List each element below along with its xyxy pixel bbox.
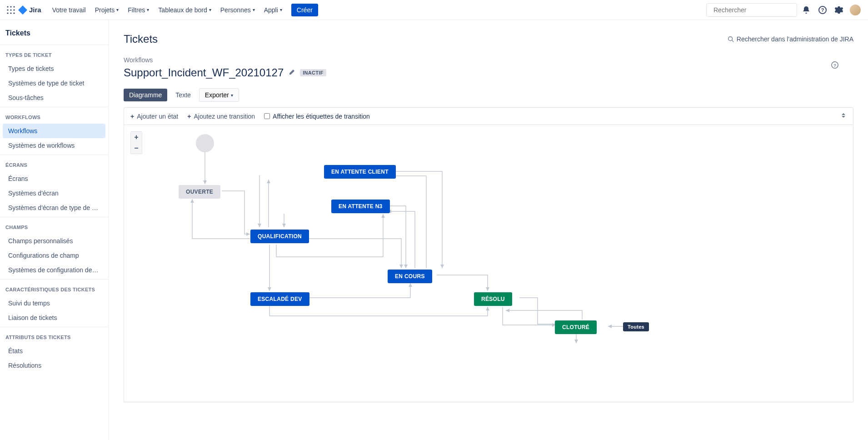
sidebar-item-workflows[interactable]: Workflows xyxy=(3,124,105,138)
node-resolu[interactable]: RÉSOLU xyxy=(474,292,512,306)
sidebar-item-field-configs[interactable]: Configurations de champ xyxy=(3,248,105,263)
svg-point-4 xyxy=(10,9,11,10)
search-box[interactable] xyxy=(706,3,797,17)
avatar[interactable] xyxy=(848,3,863,17)
svg-point-13 xyxy=(728,37,733,41)
nav-label: Votre travail xyxy=(52,6,86,14)
sidebar-item-screens[interactable]: Écrans xyxy=(3,171,105,186)
help-icon[interactable]: ? xyxy=(815,3,830,17)
add-transition-button[interactable]: +Ajoutez une transition xyxy=(187,113,255,120)
show-labels-text: Afficher les étiquettes de transition xyxy=(273,113,370,120)
nav-dashboards[interactable]: Tableaux de bord▾ xyxy=(155,4,215,16)
create-button[interactable]: Créer xyxy=(291,4,318,16)
svg-point-3 xyxy=(7,9,8,10)
node-attente-n3[interactable]: EN ATTENTE N3 xyxy=(331,200,390,213)
add-transition-label: Ajoutez une transition xyxy=(194,113,255,120)
admin-search-label: Rechercher dans l'administration de JIRA xyxy=(737,35,853,43)
main-content: Tickets Rechercher dans l'administration… xyxy=(109,20,868,440)
plus-icon: + xyxy=(187,113,191,120)
search-icon xyxy=(728,36,734,42)
sidebar-item-issue-linking[interactable]: Liaison de tickets xyxy=(3,310,105,325)
sidebar-item-issue-types[interactable]: Types de tickets xyxy=(3,61,105,76)
nav-projects[interactable]: Projets▾ xyxy=(91,4,123,16)
svg-text:?: ? xyxy=(821,7,824,13)
sidebar-item-subtasks[interactable]: Sous-tâches xyxy=(3,90,105,105)
help-icon[interactable]: ? xyxy=(831,61,839,70)
svg-point-1 xyxy=(10,6,11,7)
sidebar: Tickets TYPES DE TICKET Types de tickets… xyxy=(0,20,109,440)
transitions-layer xyxy=(124,125,853,402)
breadcrumb[interactable]: Workflows xyxy=(124,56,853,64)
plus-icon: + xyxy=(130,113,134,120)
node-start[interactable] xyxy=(196,134,214,152)
zoom-out-button[interactable]: − xyxy=(131,143,142,154)
tab-diagram[interactable]: Diagramme xyxy=(124,89,167,101)
chevron-down-icon: ▾ xyxy=(147,7,149,12)
nav-label: Tableaux de bord xyxy=(158,6,207,14)
collapse-icon[interactable] xyxy=(840,112,847,120)
chevron-down-icon: ▾ xyxy=(231,93,233,98)
svg-point-2 xyxy=(13,6,15,7)
search-input[interactable] xyxy=(713,6,793,14)
svg-text:?: ? xyxy=(833,63,836,68)
sidebar-item-custom-fields[interactable]: Champs personnalisés xyxy=(3,234,105,248)
page-title: Tickets xyxy=(124,33,158,45)
add-status-label: Ajouter un état xyxy=(137,113,178,120)
nav-label: Appli xyxy=(264,6,278,14)
jira-logo-text: Jira xyxy=(29,6,41,14)
node-qualification[interactable]: QUALIFICATION xyxy=(250,230,309,243)
workflow-canvas[interactable]: + − xyxy=(124,125,853,402)
top-navigation: Jira Votre travail Projets▾ Filtres▾ Tab… xyxy=(0,0,868,20)
zoom-in-button[interactable]: + xyxy=(131,132,142,143)
chevron-down-icon: ▾ xyxy=(209,7,211,12)
section-header: WORKFLOWS xyxy=(0,113,108,124)
sidebar-item-issue-type-screen-schemes[interactable]: Systèmes d'écran de type de … xyxy=(3,200,105,215)
sidebar-item-workflow-schemes[interactable]: Systèmes de workflows xyxy=(3,138,105,153)
tab-text[interactable]: Texte xyxy=(170,89,196,101)
export-label: Exporter xyxy=(205,91,229,99)
settings-icon[interactable] xyxy=(832,3,846,17)
edit-icon[interactable] xyxy=(288,69,295,77)
nav-label: Projets xyxy=(95,6,115,14)
section-header: CARACTÉRISTIQUES DES TICKETS xyxy=(0,285,108,296)
section-header: ATTRIBUTS DES TICKETS xyxy=(0,333,108,344)
nav-filters[interactable]: Filtres▾ xyxy=(124,4,153,16)
sidebar-title: Tickets xyxy=(0,29,108,45)
workflow-title: Support_Incident_WF_20210127 xyxy=(124,66,284,79)
nav-your-work[interactable]: Votre travail xyxy=(49,4,90,16)
nav-apps[interactable]: Appli▾ xyxy=(260,4,286,16)
notifications-icon[interactable] xyxy=(799,3,813,17)
sidebar-item-issue-type-schemes[interactable]: Systèmes de type de ticket xyxy=(3,76,105,90)
app-switcher-icon[interactable] xyxy=(5,5,16,15)
section-header: CHAMPS xyxy=(0,223,108,234)
export-button[interactable]: Exporter▾ xyxy=(199,88,239,102)
nav-label: Filtres xyxy=(128,6,145,14)
show-labels-input[interactable] xyxy=(264,113,270,119)
svg-point-9 xyxy=(710,10,711,10)
node-attente-client[interactable]: EN ATTENTE CLIENT xyxy=(324,165,396,179)
nav-people[interactable]: Personnes▾ xyxy=(217,4,259,16)
node-escalade-dev[interactable]: ESCALADÉ DEV xyxy=(250,292,309,306)
node-en-cours[interactable]: EN COURS xyxy=(388,270,432,283)
svg-point-5 xyxy=(13,9,15,10)
sidebar-item-field-config-schemes[interactable]: Systèmes de configuration de… xyxy=(3,263,105,277)
section-header: ÉCRANS xyxy=(0,160,108,171)
zoom-controls: + − xyxy=(130,131,142,154)
show-labels-checkbox[interactable]: Afficher les étiquettes de transition xyxy=(264,113,370,120)
svg-point-8 xyxy=(13,12,15,14)
status-badge: INACTIF xyxy=(300,69,326,76)
sidebar-item-statuses[interactable]: États xyxy=(3,344,105,358)
sidebar-item-resolutions[interactable]: Résolutions xyxy=(3,358,105,373)
jira-logo[interactable]: Jira xyxy=(18,5,41,15)
sidebar-item-screen-schemes[interactable]: Systèmes d'écran xyxy=(3,186,105,200)
admin-search-link[interactable]: Rechercher dans l'administration de JIRA xyxy=(728,35,853,43)
node-ouverte[interactable]: OUVERTE xyxy=(179,185,220,199)
workflow-toolbar: +Ajouter un état +Ajoutez une transition… xyxy=(124,107,853,125)
node-toutes[interactable]: Toutes xyxy=(623,322,649,331)
sidebar-item-time-tracking[interactable]: Suivi du temps xyxy=(3,296,105,310)
svg-line-14 xyxy=(732,40,733,42)
add-status-button[interactable]: +Ajouter un état xyxy=(130,113,178,120)
svg-point-0 xyxy=(7,6,8,7)
node-cloture[interactable]: CLOTURÉ xyxy=(555,320,597,334)
section-header: TYPES DE TICKET xyxy=(0,50,108,61)
